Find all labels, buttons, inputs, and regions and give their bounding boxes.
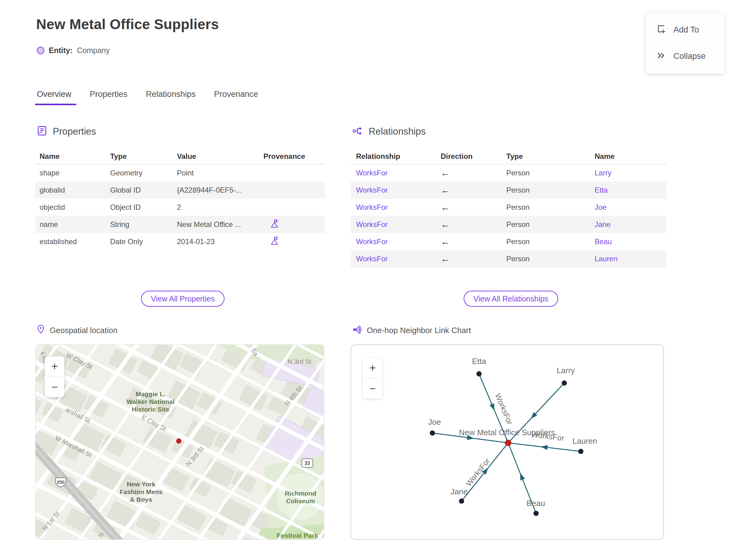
table-row: established Date Only 2014-01-23 <box>35 233 325 250</box>
edge-arrowhead <box>489 403 494 411</box>
graph-node-Larry[interactable] <box>562 381 567 386</box>
floating-action-panel: Add To Collapse <box>646 12 724 74</box>
node-label-Larry: Larry <box>557 366 575 375</box>
graph-node-Etta[interactable] <box>477 371 482 377</box>
chart-zoom-control: + − <box>363 358 382 399</box>
tab-properties[interactable]: Properties <box>89 90 128 105</box>
edge-arrowhead <box>541 445 548 450</box>
node-label-Lauren: Lauren <box>573 436 597 446</box>
relationships-section-header: Relationships <box>352 125 426 138</box>
map-label: RichmondColiseum <box>285 490 316 504</box>
add-to-label: Add To <box>673 25 699 35</box>
route-shield-33: 33 <box>302 459 313 467</box>
entity-detail-page: New Metal Office Suppliers Entity: Compa… <box>0 0 736 560</box>
table-row: WorksFor ← Person Lauren <box>351 250 666 267</box>
linkchart-section-header: One-hop Neighbor Link Chart <box>352 324 471 336</box>
entity-name-link[interactable]: Etta <box>595 186 666 194</box>
table-row: name String New Metal Office ... <box>35 216 325 233</box>
edge-arrowhead <box>520 473 525 480</box>
edge-label: WorksFor <box>464 456 491 488</box>
linkchart-section-title: One-hop Neighbor Link Chart <box>367 326 471 335</box>
graph-node-Jane[interactable] <box>459 499 464 504</box>
relationship-link[interactable]: WorksFor <box>356 237 441 246</box>
entity-name-link[interactable]: Beau <box>595 237 666 246</box>
col-type: Type <box>110 152 177 161</box>
properties-table: Name Type Value Provenance shape Geometr… <box>35 148 325 250</box>
edge-label: WorksFor <box>493 392 514 426</box>
properties-section-title: Properties <box>53 126 96 137</box>
node-label-Beau: Beau <box>527 499 545 508</box>
table-row: globalid Global ID {A228944F-0EF5-... <box>35 182 325 199</box>
node-label-Jane: Jane <box>450 487 468 496</box>
direction-arrow: ← <box>441 219 506 230</box>
view-all-properties-button[interactable]: View All Properties <box>141 291 224 307</box>
table-row: objectid Object ID 2 <box>35 199 325 216</box>
map-zoom-out-button[interactable]: − <box>45 377 64 397</box>
entity-type-badge-icon <box>37 47 44 54</box>
svg-text:33: 33 <box>305 461 310 466</box>
add-to-icon <box>655 24 666 36</box>
view-all-relationships-button[interactable]: View All Relationships <box>464 291 558 307</box>
relationship-link[interactable]: WorksFor <box>356 169 441 177</box>
entity-name-link[interactable]: Jane <box>595 220 666 229</box>
entity-name-link[interactable]: Joe <box>595 203 666 212</box>
map-label: N 3rd St <box>288 358 311 365</box>
relationship-link[interactable]: WorksFor <box>356 186 441 194</box>
provenance-flag-icon[interactable] <box>263 236 325 247</box>
tab-overview[interactable]: Overview <box>36 90 72 105</box>
table-row: WorksFor ← Person Joe <box>351 199 666 216</box>
page-title: New Metal Office Suppliers <box>36 16 219 33</box>
graph-node-center[interactable] <box>505 440 511 446</box>
relationships-table-header: Relationship Direction Type Name <box>351 148 666 164</box>
link-chart-canvas[interactable]: WorksForWorksForWorksForEttaLarryJoeLaur… <box>351 345 663 539</box>
provenance-flag-icon[interactable] <box>263 219 325 230</box>
map-entity-marker[interactable] <box>176 439 181 443</box>
direction-arrow: ← <box>441 185 506 195</box>
table-row: WorksFor ← Person Larry <box>351 164 666 182</box>
collapse-button[interactable]: Collapse <box>646 43 724 69</box>
tab-relationships[interactable]: Relationships <box>145 90 196 105</box>
route-shield-250: 250 <box>56 478 66 487</box>
map-zoom-in-button[interactable]: + <box>45 356 64 377</box>
chart-zoom-in-button[interactable]: + <box>363 358 382 378</box>
relationship-link[interactable]: WorksFor <box>356 255 441 263</box>
col-provenance: Provenance <box>263 152 325 161</box>
direction-arrow: ← <box>441 254 506 264</box>
one-hop-graph-icon <box>352 324 362 336</box>
table-row: shape Geometry Point <box>35 164 325 182</box>
map-label: Festival Park <box>277 532 319 539</box>
entity-name-link[interactable]: Larry <box>595 169 666 177</box>
properties-icon <box>36 125 48 138</box>
node-label-Etta: Etta <box>472 357 486 366</box>
map-zoom-control: + − <box>45 356 64 397</box>
entity-label: Entity: <box>49 46 73 55</box>
chevrons-right-icon <box>655 50 666 62</box>
add-to-button[interactable]: Add To <box>646 17 724 43</box>
tab-bar: Overview Properties Relationships Proven… <box>36 90 259 105</box>
one-hop-link-chart[interactable]: WorksForWorksForWorksForEttaLarryJoeLaur… <box>351 344 664 540</box>
col-value: Value <box>177 152 263 161</box>
collapse-label: Collapse <box>673 52 706 61</box>
relationship-link[interactable]: WorksFor <box>356 203 441 212</box>
tab-provenance[interactable]: Provenance <box>213 90 259 105</box>
node-label-center: New Metal Office Suppliers <box>459 428 555 437</box>
relationships-table: Relationship Direction Type Name WorksFo… <box>351 148 666 267</box>
svg-text:250: 250 <box>57 479 64 485</box>
node-label-Joe: Joe <box>428 417 441 427</box>
properties-section-header: Properties <box>36 125 96 138</box>
geospatial-section-header: Geospatial location <box>36 324 117 336</box>
entity-type-value: Company <box>77 46 110 55</box>
properties-table-header: Name Type Value Provenance <box>35 148 325 164</box>
graph-node-Joe[interactable] <box>430 431 435 436</box>
direction-arrow: ← <box>441 168 506 178</box>
entity-name-link[interactable]: Lauren <box>595 255 666 263</box>
relationship-link[interactable]: WorksFor <box>356 220 441 229</box>
graph-node-Lauren[interactable] <box>578 449 584 454</box>
graph-node-Beau[interactable] <box>534 511 539 516</box>
direction-arrow: ← <box>441 202 506 213</box>
geospatial-map[interactable]: k RdW Clay StSaN 3rd StN 4th Starshall S… <box>35 344 324 540</box>
relationships-icon <box>352 125 364 138</box>
map-canvas[interactable]: k RdW Clay StSaN 3rd StN 4th Starshall S… <box>36 345 324 540</box>
chart-zoom-out-button[interactable]: − <box>363 378 382 399</box>
col-name: Name <box>40 152 110 161</box>
